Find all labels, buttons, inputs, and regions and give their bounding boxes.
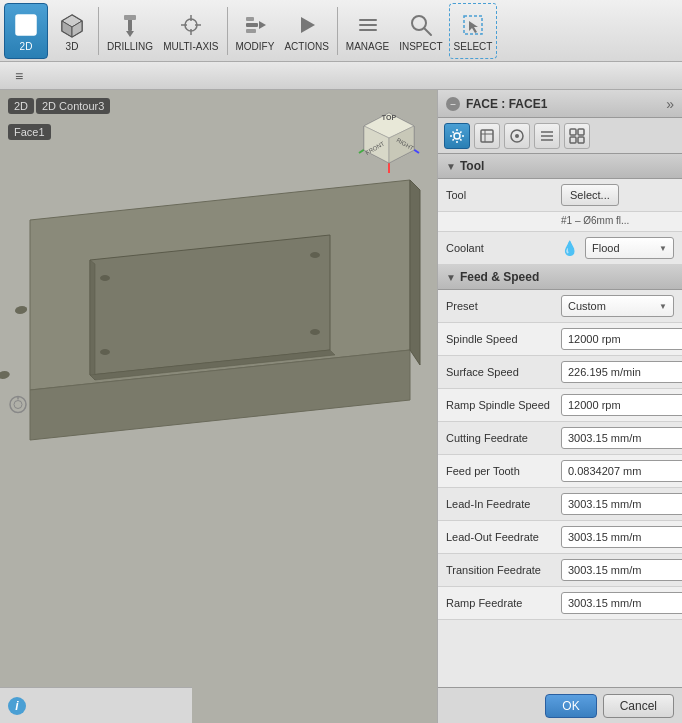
ramp-spindle-input[interactable] <box>561 394 682 416</box>
toolbar-divider-2 <box>227 7 228 55</box>
lead-in-row: Lead-In Feedrate <box>438 488 682 521</box>
svg-rect-61 <box>570 129 576 135</box>
transition-row: Transition Feedrate <box>438 554 682 587</box>
surface-speed-row: Surface Speed <box>438 356 682 389</box>
toolbar-drilling[interactable]: DRILLING <box>103 3 157 59</box>
cutting-feedrate-row: Cutting Feedrate <box>438 422 682 455</box>
ramp-feedrate-label: Ramp Feedrate <box>446 597 561 609</box>
coolant-label: Coolant <box>446 242 561 254</box>
svg-point-34 <box>100 275 110 281</box>
svg-marker-18 <box>301 17 315 33</box>
svg-rect-20 <box>359 24 377 26</box>
toolbar-inspect[interactable]: INSPECT <box>395 3 446 59</box>
lead-out-label: Lead-Out Feedrate <box>446 531 561 543</box>
svg-rect-19 <box>359 19 377 21</box>
tool-section: ▼ Tool Tool Select... #1 – Ø6mm fl... Co… <box>438 154 682 265</box>
tab-geometry[interactable] <box>474 123 500 149</box>
feed-per-tooth-label: Feed per Tooth <box>446 465 561 477</box>
toolbar-actions-label: ACTIONS <box>284 41 328 52</box>
tool-section-arrow: ▼ <box>446 161 456 172</box>
feed-speed-section: ▼ Feed & Speed Preset Custom ▼ Spindle S… <box>438 265 682 620</box>
panel-title: FACE : FACE1 <box>466 97 547 111</box>
preset-select[interactable]: Custom ▼ <box>561 295 674 317</box>
feed-per-tooth-value <box>561 460 682 482</box>
feed-per-tooth-row: Feed per Tooth <box>438 455 682 488</box>
lead-in-label: Lead-In Feedrate <box>446 498 561 510</box>
feed-speed-header[interactable]: ▼ Feed & Speed <box>438 265 682 290</box>
tool-value: Select... <box>561 184 674 206</box>
svg-rect-8 <box>124 15 136 20</box>
tab-passes[interactable] <box>534 123 560 149</box>
toolbar-multi-axis[interactable]: MULTI-AXIS <box>159 3 222 59</box>
ramp-feedrate-input[interactable] <box>561 592 682 614</box>
viewport-content: Z TOP FRONT RIGHT <box>0 90 437 723</box>
viewcube[interactable]: Z TOP FRONT RIGHT <box>349 98 429 178</box>
ramp-spindle-value <box>561 394 682 416</box>
toolbar-divider-3 <box>337 7 338 55</box>
transition-value <box>561 559 682 581</box>
svg-line-23 <box>424 28 431 35</box>
panel-expand-btn[interactable]: » <box>666 96 674 112</box>
tool-info-row: #1 – Ø6mm fl... <box>438 212 682 232</box>
cancel-button[interactable]: Cancel <box>603 694 674 718</box>
toolbar-select-label: SELECT <box>454 41 493 52</box>
3d-icon <box>57 10 87 40</box>
toolbar-modify[interactable]: MODIFY <box>232 3 279 59</box>
label-contour: 2D Contour3 <box>36 98 110 114</box>
svg-rect-21 <box>359 29 377 31</box>
viewport: Z TOP FRONT RIGHT <box>0 90 437 723</box>
coolant-dropdown-arrow: ▼ <box>659 244 667 253</box>
ramp-feedrate-value <box>561 592 682 614</box>
svg-text:TOP: TOP <box>382 114 397 121</box>
spindle-speed-row: Spindle Speed <box>438 323 682 356</box>
svg-marker-28 <box>410 180 420 365</box>
main-area: Z TOP FRONT RIGHT <box>0 90 682 723</box>
ok-button[interactable]: OK <box>545 694 596 718</box>
tab-settings[interactable] <box>444 123 470 149</box>
preset-dropdown-arrow: ▼ <box>659 302 667 311</box>
toolbar-3d[interactable]: 3D <box>50 3 94 59</box>
svg-rect-14 <box>246 23 258 27</box>
feed-per-tooth-input[interactable] <box>561 460 682 482</box>
toolbar-select[interactable]: SELECT <box>449 3 498 59</box>
tool-section-header[interactable]: ▼ Tool <box>438 154 682 179</box>
panel-header-left: – FACE : FACE1 <box>446 97 547 111</box>
ramp-feedrate-row: Ramp Feedrate <box>438 587 682 620</box>
toolbar-manage[interactable]: MANAGE <box>342 3 393 59</box>
toolbar-actions[interactable]: ACTIONS <box>280 3 332 59</box>
right-panel: – FACE : FACE1 » <box>437 90 682 723</box>
label-2d: 2D <box>8 98 34 114</box>
cutting-feedrate-value <box>561 427 682 449</box>
spindle-speed-input[interactable] <box>561 328 682 350</box>
toolbar-2d[interactable]: 2D 2D <box>4 3 48 59</box>
select-icon <box>458 10 488 40</box>
svg-rect-53 <box>481 130 493 142</box>
svg-point-35 <box>310 252 320 258</box>
tab-heights[interactable] <box>504 123 530 149</box>
tab-linking[interactable] <box>564 123 590 149</box>
lead-in-input[interactable] <box>561 493 682 515</box>
surface-speed-input[interactable] <box>561 361 682 383</box>
cutting-feedrate-input[interactable] <box>561 427 682 449</box>
actions-icon <box>292 10 322 40</box>
main-toolbar: 2D 2D 3D DRILLING <box>0 0 682 62</box>
svg-rect-64 <box>578 137 584 143</box>
toolbar-divider-1 <box>98 7 99 55</box>
3d-scene <box>0 90 437 723</box>
tool-info-text: #1 – Ø6mm fl... <box>561 215 629 226</box>
label-face: Face1 <box>8 124 51 140</box>
ramp-spindle-row: Ramp Spindle Speed <box>438 389 682 422</box>
svg-marker-32 <box>90 260 95 380</box>
svg-marker-15 <box>259 21 266 29</box>
tool-select-btn[interactable]: Select... <box>561 184 619 206</box>
preset-label: Preset <box>446 300 561 312</box>
lead-out-input[interactable] <box>561 526 682 548</box>
coolant-select[interactable]: Flood ▼ <box>585 237 674 259</box>
surface-speed-value <box>561 361 682 383</box>
svg-text:2D: 2D <box>20 20 33 31</box>
coolant-icon: 💧 <box>561 240 578 256</box>
collapse-btn[interactable]: ≡ <box>8 65 30 87</box>
svg-point-36 <box>100 349 110 355</box>
transition-input[interactable] <box>561 559 682 581</box>
feed-speed-title: Feed & Speed <box>460 270 539 284</box>
